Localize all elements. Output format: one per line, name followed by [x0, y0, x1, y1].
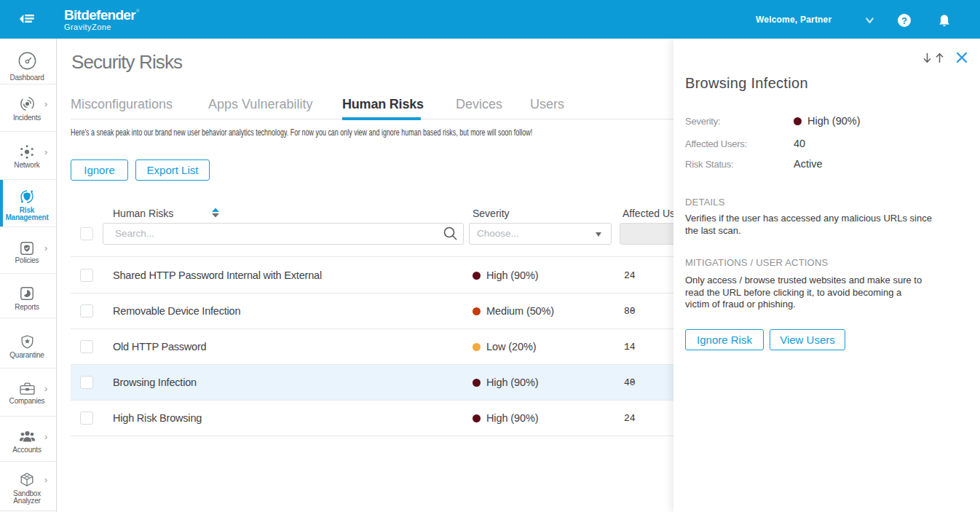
svg-text:?: ? [901, 15, 907, 26]
